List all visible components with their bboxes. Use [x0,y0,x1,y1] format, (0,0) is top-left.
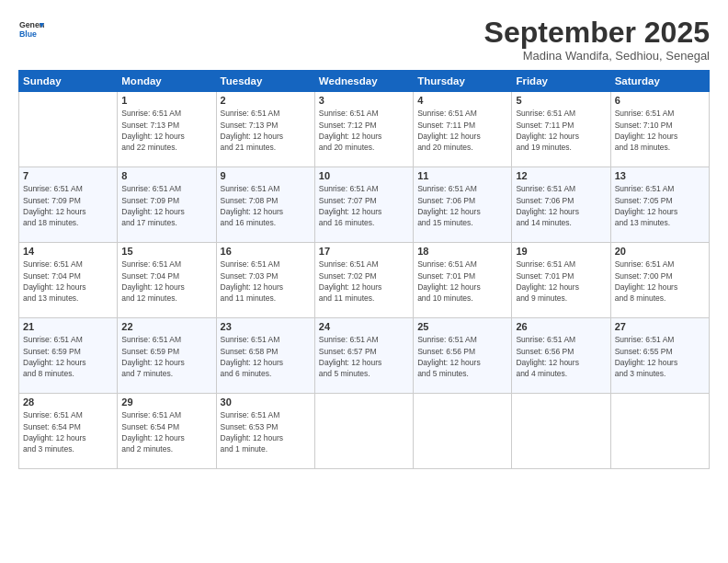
day-info: Sunrise: 6:51 AMSunset: 6:56 PMDaylight:… [516,334,606,379]
weekday-tuesday: Tuesday [216,71,314,92]
day-cell: 19Sunrise: 6:51 AMSunset: 7:01 PMDayligh… [512,243,610,318]
day-cell: 24Sunrise: 6:51 AMSunset: 6:57 PMDayligh… [314,318,413,394]
day-info: Sunrise: 6:51 AMSunset: 7:11 PMDaylight:… [516,108,606,153]
day-cell [414,394,512,469]
day-cell: 25Sunrise: 6:51 AMSunset: 6:56 PMDayligh… [414,318,512,394]
day-number: 29 [121,396,211,408]
logo: General Blue [18,17,47,42]
weekday-sunday: Sunday [19,71,118,92]
day-info: Sunrise: 6:51 AMSunset: 7:07 PMDaylight:… [319,183,409,228]
day-cell [19,92,118,167]
day-info: Sunrise: 6:51 AMSunset: 7:10 PMDaylight:… [615,108,705,153]
day-cell [512,394,610,469]
day-info: Sunrise: 6:51 AMSunset: 7:03 PMDaylight:… [221,259,311,304]
day-number: 11 [417,170,507,181]
day-number: 27 [615,321,705,332]
day-cell: 14Sunrise: 6:51 AMSunset: 7:04 PMDayligh… [19,243,118,318]
day-cell: 6Sunrise: 6:51 AMSunset: 7:10 PMDaylight… [610,92,709,167]
svg-text:Blue: Blue [19,29,37,39]
day-number: 5 [516,95,606,106]
day-info: Sunrise: 6:51 AMSunset: 7:04 PMDaylight:… [23,259,113,304]
day-cell [610,394,709,469]
day-number: 26 [516,321,606,332]
day-info: Sunrise: 6:51 AMSunset: 6:58 PMDaylight:… [221,334,311,379]
day-info: Sunrise: 6:51 AMSunset: 7:06 PMDaylight:… [417,183,507,228]
day-cell: 29Sunrise: 6:51 AMSunset: 6:54 PMDayligh… [118,394,216,469]
day-number: 17 [319,246,409,257]
day-cell: 3Sunrise: 6:51 AMSunset: 7:12 PMDaylight… [314,92,413,167]
day-number: 9 [221,170,311,181]
day-number: 4 [417,95,507,106]
day-cell: 9Sunrise: 6:51 AMSunset: 7:08 PMDaylight… [216,167,314,243]
week-row-4: 21Sunrise: 6:51 AMSunset: 6:59 PMDayligh… [19,318,710,394]
day-cell [314,394,413,469]
day-cell: 22Sunrise: 6:51 AMSunset: 6:59 PMDayligh… [118,318,216,394]
day-info: Sunrise: 6:51 AMSunset: 7:09 PMDaylight:… [23,183,113,228]
day-info: Sunrise: 6:51 AMSunset: 7:01 PMDaylight:… [516,259,606,304]
day-number: 28 [23,396,113,408]
day-number: 2 [221,95,311,106]
day-cell: 30Sunrise: 6:51 AMSunset: 6:53 PMDayligh… [216,394,314,469]
day-number: 12 [516,170,606,181]
weekday-friday: Friday [512,71,610,92]
day-info: Sunrise: 6:51 AMSunset: 6:53 PMDaylight:… [221,409,311,454]
day-cell: 15Sunrise: 6:51 AMSunset: 7:04 PMDayligh… [118,243,216,318]
location-subtitle: Madina Wandifa, Sedhiou, Senegal [484,49,710,63]
week-row-3: 14Sunrise: 6:51 AMSunset: 7:04 PMDayligh… [19,243,710,318]
day-info: Sunrise: 6:51 AMSunset: 6:57 PMDaylight:… [319,334,409,379]
day-cell: 12Sunrise: 6:51 AMSunset: 7:06 PMDayligh… [512,167,610,243]
day-number: 1 [121,95,211,106]
day-number: 14 [23,246,113,257]
day-info: Sunrise: 6:51 AMSunset: 6:59 PMDaylight:… [23,334,113,379]
day-number: 3 [319,95,409,106]
day-number: 19 [516,246,606,257]
day-cell: 2Sunrise: 6:51 AMSunset: 7:13 PMDaylight… [216,92,314,167]
day-info: Sunrise: 6:51 AMSunset: 7:02 PMDaylight:… [319,259,409,304]
day-info: Sunrise: 6:51 AMSunset: 6:55 PMDaylight:… [615,334,705,379]
day-number: 18 [417,246,507,257]
day-cell: 21Sunrise: 6:51 AMSunset: 6:59 PMDayligh… [19,318,118,394]
day-number: 23 [221,321,311,332]
weekday-monday: Monday [118,71,216,92]
day-number: 7 [23,170,113,181]
day-cell: 4Sunrise: 6:51 AMSunset: 7:11 PMDaylight… [414,92,512,167]
day-info: Sunrise: 6:51 AMSunset: 7:11 PMDaylight:… [417,108,507,153]
day-cell: 18Sunrise: 6:51 AMSunset: 7:01 PMDayligh… [414,243,512,318]
day-number: 16 [221,246,311,257]
calendar-table: SundayMondayTuesdayWednesdayThursdayFrid… [18,70,710,469]
day-info: Sunrise: 6:51 AMSunset: 6:56 PMDaylight:… [417,334,507,379]
week-row-2: 7Sunrise: 6:51 AMSunset: 7:09 PMDaylight… [19,167,710,243]
day-info: Sunrise: 6:51 AMSunset: 7:13 PMDaylight:… [121,108,211,153]
day-info: Sunrise: 6:51 AMSunset: 7:04 PMDaylight:… [121,259,211,304]
day-cell: 11Sunrise: 6:51 AMSunset: 7:06 PMDayligh… [414,167,512,243]
day-cell: 13Sunrise: 6:51 AMSunset: 7:05 PMDayligh… [610,167,709,243]
day-cell: 26Sunrise: 6:51 AMSunset: 6:56 PMDayligh… [512,318,610,394]
day-cell: 5Sunrise: 6:51 AMSunset: 7:11 PMDaylight… [512,92,610,167]
day-info: Sunrise: 6:51 AMSunset: 7:00 PMDaylight:… [615,259,705,304]
day-info: Sunrise: 6:51 AMSunset: 7:09 PMDaylight:… [121,183,211,228]
day-number: 21 [23,321,113,332]
day-cell: 10Sunrise: 6:51 AMSunset: 7:07 PMDayligh… [314,167,413,243]
day-number: 22 [121,321,211,332]
weekday-thursday: Thursday [414,71,512,92]
weekday-header-row: SundayMondayTuesdayWednesdayThursdayFrid… [19,71,710,92]
day-cell: 27Sunrise: 6:51 AMSunset: 6:55 PMDayligh… [610,318,709,394]
day-info: Sunrise: 6:51 AMSunset: 7:12 PMDaylight:… [319,108,409,153]
weekday-wednesday: Wednesday [314,71,413,92]
day-info: Sunrise: 6:51 AMSunset: 7:06 PMDaylight:… [516,183,606,228]
day-number: 13 [615,170,705,181]
day-number: 20 [615,246,705,257]
title-block: September 2025 Madina Wandifa, Sedhiou, … [484,17,710,63]
day-number: 25 [417,321,507,332]
day-number: 24 [319,321,409,332]
day-number: 30 [221,396,311,408]
day-number: 6 [615,95,705,106]
day-info: Sunrise: 6:51 AMSunset: 7:13 PMDaylight:… [221,108,311,153]
day-info: Sunrise: 6:51 AMSunset: 7:08 PMDaylight:… [221,183,311,228]
day-cell: 1Sunrise: 6:51 AMSunset: 7:13 PMDaylight… [118,92,216,167]
day-info: Sunrise: 6:51 AMSunset: 6:59 PMDaylight:… [121,334,211,379]
day-cell: 8Sunrise: 6:51 AMSunset: 7:09 PMDaylight… [118,167,216,243]
day-cell: 28Sunrise: 6:51 AMSunset: 6:54 PMDayligh… [19,394,118,469]
week-row-5: 28Sunrise: 6:51 AMSunset: 6:54 PMDayligh… [19,394,710,469]
day-number: 10 [319,170,409,181]
